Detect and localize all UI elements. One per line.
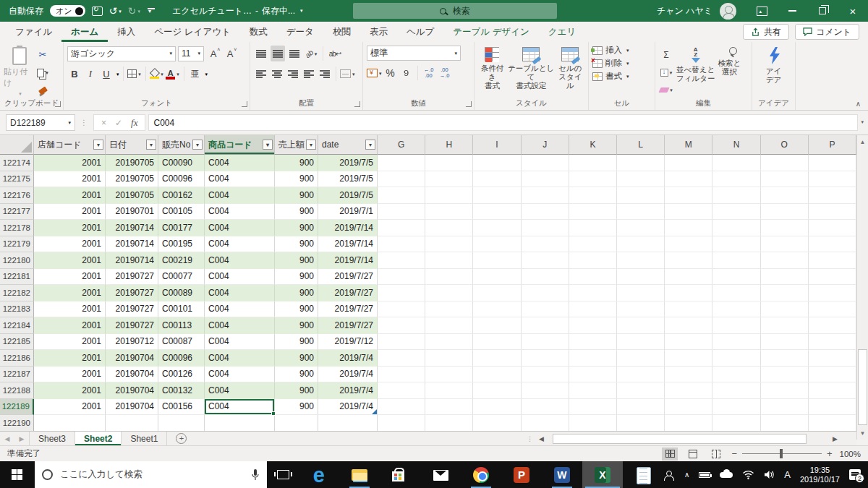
empty-cell[interactable] bbox=[569, 155, 617, 171]
empty-cell[interactable] bbox=[378, 187, 425, 204]
name-box-resizer[interactable]: ⋮ bbox=[80, 119, 88, 127]
empty-cell[interactable] bbox=[712, 415, 760, 431]
empty-cell[interactable] bbox=[809, 367, 856, 383]
taskbar-app-powerpoint[interactable] bbox=[501, 461, 542, 488]
empty-cell[interactable] bbox=[378, 301, 425, 318]
empty-cell[interactable] bbox=[569, 187, 617, 204]
empty-cell[interactable] bbox=[712, 399, 760, 416]
row-header[interactable]: 122179 bbox=[0, 236, 34, 253]
filter-button[interactable] bbox=[263, 140, 273, 150]
grid-cell[interactable]: C00087 bbox=[158, 334, 205, 351]
empty-cell[interactable] bbox=[712, 187, 760, 204]
empty-cell[interactable] bbox=[809, 301, 856, 318]
empty-cell[interactable] bbox=[378, 350, 425, 367]
microphone-icon[interactable] bbox=[251, 468, 260, 481]
empty-cell[interactable] bbox=[522, 334, 569, 351]
empty-cell[interactable] bbox=[809, 187, 856, 204]
increase-decimal-button[interactable]: ←.0 .00 bbox=[422, 65, 436, 81]
grid-cell[interactable]: 2019/7/27 bbox=[318, 269, 378, 286]
empty-cell[interactable] bbox=[761, 301, 809, 318]
empty-cell[interactable] bbox=[809, 399, 856, 416]
empty-cell[interactable] bbox=[761, 204, 809, 221]
empty-cell[interactable] bbox=[712, 252, 760, 269]
empty-cell[interactable] bbox=[378, 382, 425, 399]
ribbon-tab[interactable]: ホーム bbox=[61, 22, 108, 42]
empty-cell[interactable] bbox=[761, 382, 809, 399]
row-header[interactable]: 122175 bbox=[0, 171, 34, 188]
empty-cell[interactable] bbox=[473, 301, 521, 318]
empty-cell[interactable] bbox=[569, 317, 617, 334]
format-cells-button[interactable]: 書式 bbox=[592, 71, 651, 82]
sheet-tab[interactable]: Sheet1 bbox=[122, 432, 167, 445]
grid-cell[interactable]: 20190714 bbox=[106, 252, 158, 269]
empty-cell[interactable] bbox=[665, 187, 712, 204]
column-header-letter[interactable]: N bbox=[712, 135, 760, 155]
percent-style-button[interactable] bbox=[383, 65, 398, 81]
column-header[interactable]: date bbox=[318, 135, 378, 155]
borders-button[interactable] bbox=[127, 66, 142, 82]
dialog-launcher-icon[interactable] bbox=[354, 101, 360, 107]
empty-cell[interactable] bbox=[378, 399, 425, 416]
grid-cell[interactable]: C00096 bbox=[158, 350, 205, 367]
chevron-down-icon[interactable] bbox=[115, 67, 119, 80]
comments-button[interactable]: コメント bbox=[795, 24, 859, 40]
bold-button[interactable] bbox=[67, 66, 82, 82]
sheet-tab[interactable]: Sheet2 bbox=[75, 432, 122, 445]
empty-cell[interactable] bbox=[617, 220, 665, 236]
empty-cell[interactable] bbox=[522, 301, 569, 318]
empty-cell[interactable] bbox=[665, 204, 712, 221]
insert-cells-button[interactable]: 挿入 bbox=[592, 45, 651, 56]
taskbar-search[interactable]: ここに入力して検索 bbox=[35, 461, 267, 488]
grid-cell[interactable]: 900 bbox=[275, 204, 318, 221]
grid-cell[interactable]: C00090 bbox=[158, 155, 205, 171]
empty-cell[interactable] bbox=[761, 415, 809, 431]
column-header-letter[interactable]: P bbox=[809, 135, 856, 155]
align-left-button[interactable] bbox=[254, 66, 268, 82]
empty-cell[interactable] bbox=[473, 317, 521, 334]
row-header[interactable]: 122186 bbox=[0, 350, 34, 367]
volume-icon[interactable] bbox=[764, 470, 775, 479]
taskbar-app-notepad[interactable] bbox=[623, 461, 663, 488]
start-button[interactable] bbox=[0, 461, 35, 488]
grid-cell[interactable]: C004 bbox=[205, 187, 275, 204]
grid-cell[interactable]: 900 bbox=[275, 367, 318, 383]
grid-cell[interactable]: C004 bbox=[205, 301, 275, 318]
empty-cell[interactable] bbox=[473, 252, 521, 269]
grid-cell[interactable] bbox=[205, 415, 275, 431]
dialog-launcher-icon[interactable] bbox=[55, 101, 61, 107]
empty-cell[interactable] bbox=[712, 350, 760, 367]
grid-cell[interactable]: 20190704 bbox=[106, 350, 158, 367]
battery-icon[interactable] bbox=[699, 472, 710, 478]
font-size-select[interactable]: 11 bbox=[178, 46, 204, 61]
empty-cell[interactable] bbox=[712, 269, 760, 286]
empty-cell[interactable] bbox=[378, 220, 425, 236]
merge-center-button[interactable] bbox=[340, 66, 355, 82]
dialog-launcher-icon[interactable] bbox=[242, 101, 247, 107]
grid-cell[interactable]: C00156 bbox=[158, 399, 205, 416]
empty-cell[interactable] bbox=[712, 236, 760, 253]
empty-cell[interactable] bbox=[712, 155, 760, 171]
empty-cell[interactable] bbox=[378, 415, 425, 431]
grid-cell[interactable]: 2019/7/4 bbox=[318, 382, 378, 399]
grid-cell[interactable]: 2019/7/14 bbox=[318, 252, 378, 269]
empty-cell[interactable] bbox=[473, 204, 521, 221]
empty-cell[interactable] bbox=[809, 204, 856, 221]
grid-cell[interactable]: 2001 bbox=[34, 204, 106, 221]
grid-cell[interactable]: 2001 bbox=[34, 301, 106, 318]
share-button[interactable]: 共有 bbox=[743, 24, 789, 40]
grid-cell[interactable]: 900 bbox=[275, 301, 318, 318]
grid-cell[interactable]: 20190727 bbox=[106, 317, 158, 334]
grid-cell[interactable]: 20190704 bbox=[106, 367, 158, 383]
empty-cell[interactable] bbox=[473, 367, 521, 383]
page-layout-view-button[interactable] bbox=[685, 448, 701, 461]
empty-cell[interactable] bbox=[425, 350, 473, 367]
empty-cell[interactable] bbox=[425, 204, 473, 221]
empty-cell[interactable] bbox=[569, 285, 617, 301]
grid-cell[interactable]: C004 bbox=[205, 367, 275, 383]
empty-cell[interactable] bbox=[522, 155, 569, 171]
wrap-text-button[interactable] bbox=[328, 46, 342, 61]
empty-cell[interactable] bbox=[473, 220, 521, 236]
zoom-slider[interactable]: − + bbox=[731, 448, 832, 459]
scroll-right-arrow-icon[interactable]: ▶ bbox=[830, 435, 841, 442]
column-header[interactable]: 販売No bbox=[158, 135, 205, 155]
